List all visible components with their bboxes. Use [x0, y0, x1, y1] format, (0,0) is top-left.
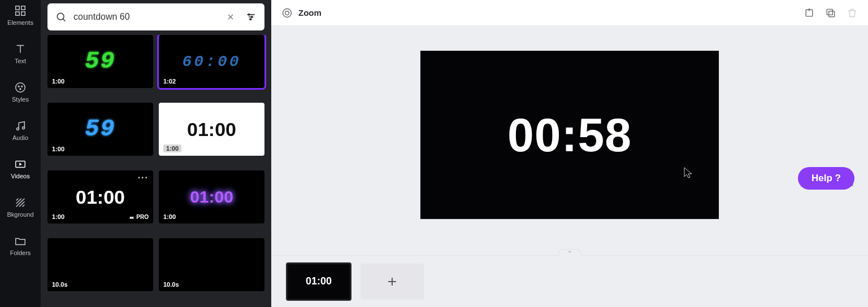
svg-point-11	[57, 13, 64, 20]
rail-styles[interactable]: Styles	[0, 77, 41, 107]
duration-badge: 1:00	[52, 213, 64, 220]
duration-badge: 1:00	[163, 213, 176, 220]
svg-point-7	[20, 89, 21, 90]
duration-badge: 1:02	[163, 78, 176, 85]
result-thumb[interactable]: 10.0s	[47, 238, 153, 291]
duration-badge: 1:00	[52, 146, 64, 152]
filter-icon[interactable]	[243, 9, 259, 25]
add-page-button[interactable]: +	[361, 264, 424, 300]
elements-panel: 591:00 60:001:02 591:00 01:001:00 ··· 01…	[41, 0, 271, 307]
rail-label: Elements	[7, 19, 33, 26]
shapes-icon	[14, 5, 27, 17]
page-thumb-label: 01:00	[306, 275, 332, 287]
rail-label: Folders	[10, 249, 31, 256]
pro-badge: PRO	[129, 214, 149, 220]
stage-viewport[interactable]: 00:58 24% Help ?	[271, 26, 868, 255]
svg-point-4	[16, 83, 25, 93]
duplicate-icon[interactable]	[825, 7, 836, 19]
svg-point-9	[22, 127, 24, 129]
result-thumb[interactable]: 10.0s	[159, 238, 264, 291]
rail-label: Styles	[12, 96, 29, 103]
rail-bkground[interactable]: Bkground	[0, 192, 41, 222]
zoom-label[interactable]: Zoom	[298, 8, 322, 17]
rail-label: Text	[15, 58, 26, 64]
design-canvas[interactable]: 00:58	[420, 51, 719, 219]
palette-icon	[14, 81, 27, 94]
duration-badge: 1:00	[163, 144, 181, 152]
rail-text[interactable]: Text	[0, 38, 41, 69]
duration-badge: 1:00	[52, 78, 64, 85]
svg-point-12	[248, 14, 250, 16]
svg-point-8	[16, 128, 19, 130]
svg-point-15	[283, 8, 292, 17]
rail-label: Audio	[12, 134, 28, 141]
search-icon	[53, 9, 69, 25]
svg-point-6	[21, 86, 23, 87]
result-thumb[interactable]: 01:001:00	[159, 170, 264, 223]
result-thumb[interactable]: ··· 01:00 1:00 PRO	[47, 170, 153, 223]
help-button[interactable]: Help ?	[798, 167, 854, 190]
svg-rect-2	[16, 12, 19, 15]
trash-icon	[847, 7, 858, 19]
search-results: 591:00 60:001:02 591:00 01:001:00 ··· 01…	[41, 35, 271, 307]
music-icon	[14, 120, 27, 132]
animate-icon[interactable]	[281, 7, 293, 19]
svg-rect-18	[827, 9, 832, 15]
result-thumb[interactable]: 01:001:00	[159, 103, 264, 156]
rail-folders[interactable]: Folders	[0, 230, 41, 261]
result-thumb[interactable]: 591:00	[47, 35, 153, 88]
duration-badge: 10.0s	[163, 281, 179, 288]
canvas-area: Zoom 00:58 24% Help ? ⌃ 01:00 +	[271, 0, 868, 307]
clear-search-icon[interactable]	[223, 9, 238, 25]
result-thumb[interactable]: 60:001:02	[159, 35, 264, 88]
rail-label: Bkground	[7, 211, 33, 218]
video-icon	[14, 158, 27, 170]
svg-point-13	[251, 16, 253, 18]
rail-videos[interactable]: Videos	[0, 154, 41, 184]
svg-point-5	[18, 86, 19, 87]
add-page-icon[interactable]	[804, 7, 815, 19]
svg-rect-0	[16, 6, 19, 10]
text-icon	[14, 43, 27, 55]
folder-icon	[14, 235, 27, 247]
texture-icon	[14, 196, 27, 209]
svg-point-14	[250, 19, 251, 20]
expand-timeline-icon[interactable]: ⌃	[558, 249, 581, 257]
rail-audio[interactable]: Audio	[0, 115, 41, 146]
search-input[interactable]	[73, 12, 218, 22]
svg-rect-3	[21, 12, 25, 15]
svg-point-16	[285, 11, 289, 15]
page-thumbnail[interactable]: 01:00	[287, 264, 350, 300]
rail-label: Videos	[11, 173, 29, 179]
svg-rect-19	[829, 11, 835, 16]
result-thumb[interactable]: 591:00	[47, 103, 153, 156]
page-timeline: ⌃ 01:00 +	[271, 255, 868, 307]
tool-rail: Elements Text Styles Audio Videos Bkgrou…	[0, 0, 41, 307]
rail-elements[interactable]: Elements	[0, 0, 41, 30]
countdown-display[interactable]: 00:58	[507, 108, 632, 163]
svg-rect-1	[21, 6, 25, 10]
canvas-toolbar: Zoom	[271, 0, 868, 26]
more-options-icon[interactable]: ···	[138, 173, 149, 183]
duration-badge: 10.0s	[52, 281, 68, 288]
search-box	[47, 3, 264, 30]
